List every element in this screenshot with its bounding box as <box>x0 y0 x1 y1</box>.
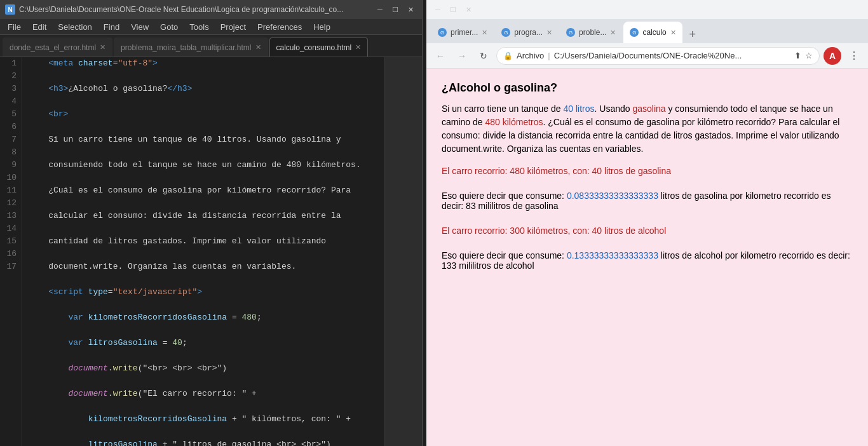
editor-app-icon: N <box>5 4 15 15</box>
browser-tab-close-icon[interactable]: ✕ <box>610 29 616 37</box>
menu-tools[interactable]: Tools <box>184 21 214 33</box>
new-tab-button[interactable]: + <box>684 25 702 43</box>
editor-title-bar: N C:\Users\Daniela\Documents\ONE-Oracle … <box>0 0 422 19</box>
code-editor[interactable]: <meta charset="utf-8"> <h3>¿Alcohol o ga… <box>22 57 384 446</box>
tab-close-icon[interactable]: ✕ <box>355 43 361 51</box>
editor-window: N C:\Users\Daniela\Documents\ONE-Oracle … <box>0 0 423 446</box>
menu-selection[interactable]: Selection <box>53 21 97 33</box>
reload-button[interactable]: ↻ <box>475 47 492 65</box>
address-protocol: Archivo <box>517 51 544 60</box>
menu-view[interactable]: View <box>126 21 154 33</box>
browser-content: ¿Alcohol o gasolina? Si un carro tiene u… <box>426 69 868 446</box>
tab-close-icon[interactable]: ✕ <box>100 43 105 51</box>
menu-goto[interactable]: Goto <box>155 21 183 33</box>
editor-area: 12345 678910 1112131415 1617 <meta chars… <box>0 57 422 446</box>
browser-nav-bar: ← → ↻ 🔒 Archivo | C:/Users/Daniela/Docum… <box>426 43 868 69</box>
favicon-icon: G <box>630 28 639 37</box>
browser-tab-close-icon[interactable]: ✕ <box>482 29 487 37</box>
browser-minimize[interactable]: ─ <box>431 3 444 16</box>
favicon-icon: G <box>501 28 510 37</box>
editor-tab-bar: donde_esta_el_error.html ✕ problema_moir… <box>0 35 422 57</box>
browser-title-bar: ─ ☐ ✕ <box>426 0 868 19</box>
minimap <box>384 57 422 446</box>
browser-window: ─ ☐ ✕ G primer... ✕ G progra... ✕ G prob… <box>426 0 868 446</box>
browser-tab-label: proble... <box>579 28 606 37</box>
editor-title: C:\Users\Daniela\Documents\ONE-Oracle Ne… <box>19 5 370 14</box>
browser-tab-label: calculo <box>642 28 666 37</box>
page-heading: ¿Alcohol o gasolina? <box>442 81 853 95</box>
tab-label: calculo_consumo.html <box>276 43 352 52</box>
address-url: C:/Users/Daniela/Documents/ONE-Oracle%20… <box>554 51 742 60</box>
menu-find[interactable]: Find <box>98 21 125 33</box>
favicon-icon: G <box>566 28 575 37</box>
browser-tab-primer[interactable]: G primer... ✕ <box>431 22 494 43</box>
browser-tab-calculo[interactable]: G calculo ✕ <box>623 22 682 43</box>
tab-problema-moira[interactable]: problema_moira_tabla_multiplicar.html ✕ <box>114 37 268 57</box>
back-button[interactable]: ← <box>431 47 449 65</box>
browser-tab-label: primer... <box>451 28 478 37</box>
share-icon: ⬆ <box>794 51 801 60</box>
editor-menu-bar: File Edit Selection Find View Goto Tools… <box>0 19 422 35</box>
menu-file[interactable]: File <box>3 21 26 33</box>
user-avatar[interactable]: A <box>824 47 841 65</box>
favicon-icon: G <box>438 28 447 37</box>
result-line-4: Eso quiere decir que consume: 0.13333333… <box>442 250 853 271</box>
result-line-3: El carro recorrio: 300 kilómetros, con: … <box>442 226 853 236</box>
browser-tab-label: progra... <box>514 28 543 37</box>
settings-icon[interactable]: ⋮ <box>845 47 863 65</box>
close-button[interactable]: ✕ <box>404 3 417 16</box>
menu-project[interactable]: Project <box>215 21 251 33</box>
address-separator: | <box>548 51 550 60</box>
secure-icon: 🔒 <box>503 51 513 60</box>
intro-paragraph: Si un carro tiene un tanque de 40 litros… <box>442 102 853 156</box>
result-line-2: Eso quiere decir que consume: 0.08333333… <box>442 191 853 211</box>
bookmark-icon[interactable]: ☆ <box>805 51 813 60</box>
editor-win-controls: ─ ☐ ✕ <box>374 3 417 16</box>
browser-tab-progra[interactable]: G progra... ✕ <box>495 22 559 43</box>
tab-label: donde_esta_el_error.html <box>10 43 96 52</box>
tab-calculo-consumo[interactable]: calculo_consumo.html ✕ <box>269 37 369 57</box>
tab-label: problema_moira_tabla_multiplicar.html <box>121 43 251 52</box>
tab-close-icon[interactable]: ✕ <box>255 43 261 51</box>
menu-help[interactable]: Help <box>308 21 336 33</box>
line-numbers: 12345 678910 1112131415 1617 <box>0 57 22 446</box>
forward-button[interactable]: → <box>453 47 471 65</box>
browser-tab-bar: G primer... ✕ G progra... ✕ G proble... … <box>426 19 868 43</box>
browser-win-controls: ─ ☐ ✕ <box>431 3 475 16</box>
browser-maximize[interactable]: ☐ <box>447 3 459 16</box>
menu-edit[interactable]: Edit <box>27 21 51 33</box>
maximize-button[interactable]: ☐ <box>389 3 402 16</box>
address-bar[interactable]: 🔒 Archivo | C:/Users/Daniela/Documents/O… <box>496 47 820 65</box>
browser-tab-close-icon[interactable]: ✕ <box>546 29 552 37</box>
browser-close[interactable]: ✕ <box>462 3 475 16</box>
minimize-button[interactable]: ─ <box>374 3 386 16</box>
browser-tab-proble[interactable]: G proble... ✕ <box>560 22 622 43</box>
browser-tab-close-icon[interactable]: ✕ <box>670 29 676 37</box>
result-line-1: El carro recorrio: 480 kilómetros, con: … <box>442 166 853 176</box>
menu-preferences[interactable]: Preferences <box>252 21 307 33</box>
tab-donde-esta[interactable]: donde_esta_el_error.html ✕ <box>3 37 112 57</box>
